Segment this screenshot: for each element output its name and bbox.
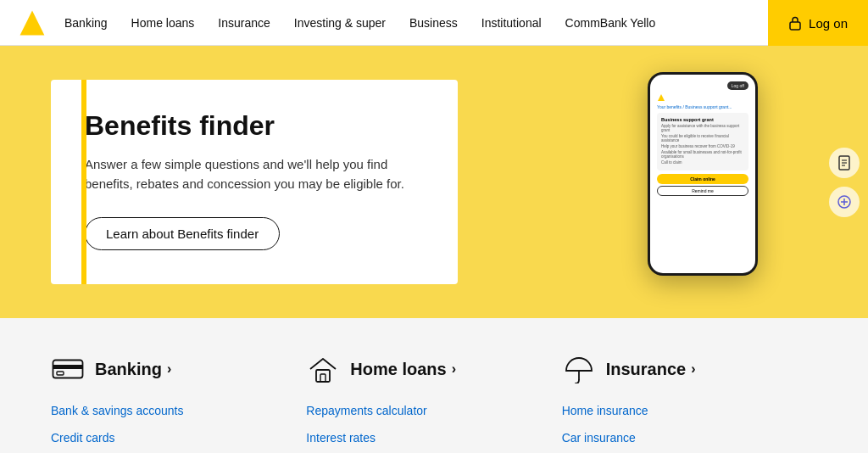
home-loans-icon	[306, 352, 340, 386]
phone-text1: You could be eligible to receive financi…	[661, 134, 744, 143]
home-loans-chevron: ›	[452, 361, 456, 377]
banking-link-1: Bank & savings accounts	[51, 403, 272, 418]
phone-claim-btn: Claim online	[657, 174, 748, 184]
svg-rect-13	[53, 365, 83, 369]
banking-col: Banking › Bank & savings accounts Credit…	[51, 352, 306, 453]
hero-description: Answer a few simple questions and we'll …	[85, 155, 424, 193]
banking-header: Banking ›	[51, 352, 272, 386]
document-icon	[837, 155, 852, 171]
home-loans-title[interactable]: Home loans ›	[350, 360, 456, 379]
benefits-finder-button[interactable]: Learn about Benefits finder	[85, 217, 280, 250]
banking-icon	[51, 352, 85, 386]
phone-text2: Help your business recover from COVID-19	[661, 144, 744, 148]
insurance-icon	[562, 352, 596, 386]
svg-rect-3	[790, 22, 800, 30]
nav-business[interactable]: Business	[409, 16, 458, 30]
nav-home-loans[interactable]: Home loans	[131, 16, 195, 30]
nav-investing[interactable]: Investing & super	[294, 16, 386, 30]
phone-device: Log off Your benefits / Business support…	[648, 72, 758, 276]
phone-section-subtitle: Apply for assistance with the business s…	[661, 124, 744, 132]
banking-links: Bank & savings accounts Credit cards Per…	[51, 403, 272, 453]
home-loans-link-2: Interest rates	[306, 430, 527, 445]
nav-institutional[interactable]: Institutional	[481, 16, 542, 30]
phone-logout: Log off	[727, 81, 748, 90]
side-icon-1[interactable]	[829, 148, 860, 178]
svg-rect-15	[316, 370, 330, 382]
banking-chevron: ›	[167, 361, 171, 377]
card-accent	[81, 80, 86, 284]
svg-rect-16	[320, 374, 326, 382]
home-loans-links: Repayments calculator Interest rates Ref…	[306, 403, 527, 453]
phone-text4: Call to claim	[661, 160, 744, 165]
banking-link-2: Credit cards	[51, 430, 272, 445]
login-button[interactable]: Log on	[768, 0, 868, 46]
hero-section: Benefits finder Answer a few simple ques…	[0, 46, 868, 318]
hero-title: Benefits finder	[85, 110, 424, 142]
phone-section-title: Business support grant	[661, 117, 744, 122]
hero-side-icons	[829, 148, 860, 217]
home-loans-col: Home loans › Repayments calculator Inter…	[306, 352, 561, 453]
home-loans-link-1: Repayments calculator	[306, 403, 527, 418]
services-section: Banking › Bank & savings accounts Credit…	[0, 318, 868, 453]
nav-links: Banking Home loans Insurance Investing &…	[64, 16, 810, 30]
card-icon	[52, 356, 84, 382]
phone-remind-btn: Remind me	[657, 186, 748, 196]
svg-marker-4	[658, 94, 665, 101]
phone-text3: Available for small businesses and not-f…	[661, 150, 744, 159]
plus-icon	[837, 194, 852, 210]
insurance-col: Insurance › Home insurance Car insurance…	[562, 352, 817, 453]
phone-hand: Log off Your benefits / Business support…	[631, 64, 800, 301]
svg-rect-14	[57, 372, 64, 375]
main-nav: Banking Home loans Insurance Investing &…	[0, 0, 868, 46]
insurance-title[interactable]: Insurance ›	[606, 360, 696, 379]
insurance-header: Insurance ›	[562, 352, 783, 386]
home-icon	[308, 355, 338, 383]
lock-icon	[788, 15, 802, 31]
home-loans-header: Home loans ›	[306, 352, 527, 386]
insurance-link-2: Car insurance	[562, 430, 783, 445]
insurance-chevron: ›	[691, 361, 695, 377]
benefits-card: Benefits finder Answer a few simple ques…	[51, 80, 458, 284]
insurance-link-1: Home insurance	[562, 403, 783, 418]
phone-main-card: Business support grant Apply for assista…	[657, 113, 748, 171]
side-icon-2[interactable]	[829, 187, 860, 217]
phone-breadcrumb: Your benefits / Business support grant..…	[657, 104, 748, 109]
nav-commbank-yello[interactable]: CommBank Yello	[565, 16, 656, 30]
insurance-links: Home insurance Car insurance Health insu…	[562, 403, 783, 453]
nav-insurance[interactable]: Insurance	[218, 16, 270, 30]
nav-banking[interactable]: Banking	[64, 16, 108, 30]
umbrella-icon	[563, 355, 595, 383]
banking-title[interactable]: Banking ›	[95, 360, 171, 379]
phone-screen: Log off Your benefits / Business support…	[650, 75, 755, 273]
commbank-logo[interactable]	[17, 8, 47, 38]
phone-mockup: Log off Your benefits / Business support…	[631, 64, 800, 301]
svg-marker-0	[20, 10, 45, 35]
